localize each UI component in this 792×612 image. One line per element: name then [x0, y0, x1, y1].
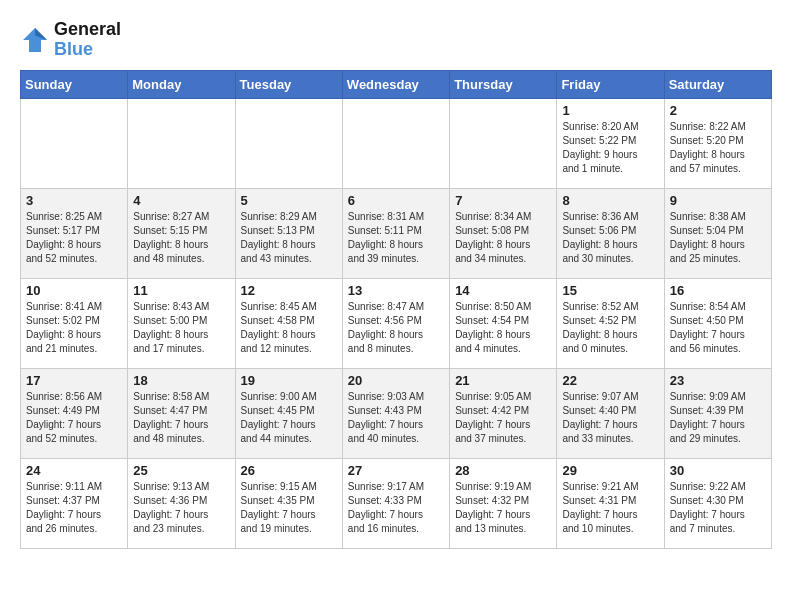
- column-header-friday: Friday: [557, 70, 664, 98]
- calendar-cell: 29Sunrise: 9:21 AM Sunset: 4:31 PM Dayli…: [557, 458, 664, 548]
- day-number: 6: [348, 193, 444, 208]
- day-info: Sunrise: 8:54 AM Sunset: 4:50 PM Dayligh…: [670, 300, 766, 356]
- day-number: 8: [562, 193, 658, 208]
- calendar-week-3: 10Sunrise: 8:41 AM Sunset: 5:02 PM Dayli…: [21, 278, 772, 368]
- day-number: 9: [670, 193, 766, 208]
- calendar-cell: 19Sunrise: 9:00 AM Sunset: 4:45 PM Dayli…: [235, 368, 342, 458]
- calendar-cell: 10Sunrise: 8:41 AM Sunset: 5:02 PM Dayli…: [21, 278, 128, 368]
- day-number: 5: [241, 193, 337, 208]
- day-info: Sunrise: 8:43 AM Sunset: 5:00 PM Dayligh…: [133, 300, 229, 356]
- calendar-cell: 28Sunrise: 9:19 AM Sunset: 4:32 PM Dayli…: [450, 458, 557, 548]
- day-info: Sunrise: 9:03 AM Sunset: 4:43 PM Dayligh…: [348, 390, 444, 446]
- calendar-cell: [342, 98, 449, 188]
- calendar-cell: 23Sunrise: 9:09 AM Sunset: 4:39 PM Dayli…: [664, 368, 771, 458]
- calendar-cell: 11Sunrise: 8:43 AM Sunset: 5:00 PM Dayli…: [128, 278, 235, 368]
- calendar-cell: 4Sunrise: 8:27 AM Sunset: 5:15 PM Daylig…: [128, 188, 235, 278]
- day-info: Sunrise: 9:13 AM Sunset: 4:36 PM Dayligh…: [133, 480, 229, 536]
- calendar-cell: [128, 98, 235, 188]
- day-info: Sunrise: 8:52 AM Sunset: 4:52 PM Dayligh…: [562, 300, 658, 356]
- day-info: Sunrise: 8:58 AM Sunset: 4:47 PM Dayligh…: [133, 390, 229, 446]
- day-info: Sunrise: 9:05 AM Sunset: 4:42 PM Dayligh…: [455, 390, 551, 446]
- day-info: Sunrise: 9:07 AM Sunset: 4:40 PM Dayligh…: [562, 390, 658, 446]
- column-header-tuesday: Tuesday: [235, 70, 342, 98]
- day-info: Sunrise: 9:11 AM Sunset: 4:37 PM Dayligh…: [26, 480, 122, 536]
- calendar-cell: 18Sunrise: 8:58 AM Sunset: 4:47 PM Dayli…: [128, 368, 235, 458]
- day-number: 22: [562, 373, 658, 388]
- day-number: 15: [562, 283, 658, 298]
- logo: General Blue: [20, 20, 121, 60]
- day-number: 23: [670, 373, 766, 388]
- calendar-cell: 27Sunrise: 9:17 AM Sunset: 4:33 PM Dayli…: [342, 458, 449, 548]
- day-info: Sunrise: 9:00 AM Sunset: 4:45 PM Dayligh…: [241, 390, 337, 446]
- day-number: 17: [26, 373, 122, 388]
- day-info: Sunrise: 8:45 AM Sunset: 4:58 PM Dayligh…: [241, 300, 337, 356]
- day-info: Sunrise: 8:38 AM Sunset: 5:04 PM Dayligh…: [670, 210, 766, 266]
- day-number: 16: [670, 283, 766, 298]
- day-info: Sunrise: 8:41 AM Sunset: 5:02 PM Dayligh…: [26, 300, 122, 356]
- day-number: 18: [133, 373, 229, 388]
- day-number: 10: [26, 283, 122, 298]
- page-header: General Blue: [20, 20, 772, 60]
- day-info: Sunrise: 9:17 AM Sunset: 4:33 PM Dayligh…: [348, 480, 444, 536]
- calendar-cell: 17Sunrise: 8:56 AM Sunset: 4:49 PM Dayli…: [21, 368, 128, 458]
- day-info: Sunrise: 8:29 AM Sunset: 5:13 PM Dayligh…: [241, 210, 337, 266]
- day-info: Sunrise: 9:09 AM Sunset: 4:39 PM Dayligh…: [670, 390, 766, 446]
- day-info: Sunrise: 8:56 AM Sunset: 4:49 PM Dayligh…: [26, 390, 122, 446]
- calendar-cell: [450, 98, 557, 188]
- calendar-cell: 20Sunrise: 9:03 AM Sunset: 4:43 PM Dayli…: [342, 368, 449, 458]
- day-info: Sunrise: 8:36 AM Sunset: 5:06 PM Dayligh…: [562, 210, 658, 266]
- day-number: 29: [562, 463, 658, 478]
- day-number: 4: [133, 193, 229, 208]
- column-header-wednesday: Wednesday: [342, 70, 449, 98]
- calendar-week-4: 17Sunrise: 8:56 AM Sunset: 4:49 PM Dayli…: [21, 368, 772, 458]
- calendar-cell: 8Sunrise: 8:36 AM Sunset: 5:06 PM Daylig…: [557, 188, 664, 278]
- day-number: 13: [348, 283, 444, 298]
- calendar-cell: 26Sunrise: 9:15 AM Sunset: 4:35 PM Dayli…: [235, 458, 342, 548]
- column-header-thursday: Thursday: [450, 70, 557, 98]
- day-info: Sunrise: 8:50 AM Sunset: 4:54 PM Dayligh…: [455, 300, 551, 356]
- calendar-cell: 30Sunrise: 9:22 AM Sunset: 4:30 PM Dayli…: [664, 458, 771, 548]
- day-number: 3: [26, 193, 122, 208]
- column-header-sunday: Sunday: [21, 70, 128, 98]
- day-info: Sunrise: 9:15 AM Sunset: 4:35 PM Dayligh…: [241, 480, 337, 536]
- column-header-saturday: Saturday: [664, 70, 771, 98]
- calendar-cell: 12Sunrise: 8:45 AM Sunset: 4:58 PM Dayli…: [235, 278, 342, 368]
- logo-text: General Blue: [54, 20, 121, 60]
- calendar-cell: 24Sunrise: 9:11 AM Sunset: 4:37 PM Dayli…: [21, 458, 128, 548]
- calendar-cell: 7Sunrise: 8:34 AM Sunset: 5:08 PM Daylig…: [450, 188, 557, 278]
- day-number: 12: [241, 283, 337, 298]
- logo-icon: [20, 25, 50, 55]
- day-info: Sunrise: 8:25 AM Sunset: 5:17 PM Dayligh…: [26, 210, 122, 266]
- day-number: 21: [455, 373, 551, 388]
- calendar-cell: 25Sunrise: 9:13 AM Sunset: 4:36 PM Dayli…: [128, 458, 235, 548]
- calendar-cell: 3Sunrise: 8:25 AM Sunset: 5:17 PM Daylig…: [21, 188, 128, 278]
- calendar-cell: 13Sunrise: 8:47 AM Sunset: 4:56 PM Dayli…: [342, 278, 449, 368]
- calendar-table: SundayMondayTuesdayWednesdayThursdayFrid…: [20, 70, 772, 549]
- calendar-cell: 2Sunrise: 8:22 AM Sunset: 5:20 PM Daylig…: [664, 98, 771, 188]
- day-info: Sunrise: 8:20 AM Sunset: 5:22 PM Dayligh…: [562, 120, 658, 176]
- calendar-header-row: SundayMondayTuesdayWednesdayThursdayFrid…: [21, 70, 772, 98]
- day-info: Sunrise: 9:21 AM Sunset: 4:31 PM Dayligh…: [562, 480, 658, 536]
- calendar-cell: 21Sunrise: 9:05 AM Sunset: 4:42 PM Dayli…: [450, 368, 557, 458]
- calendar-cell: 6Sunrise: 8:31 AM Sunset: 5:11 PM Daylig…: [342, 188, 449, 278]
- day-number: 7: [455, 193, 551, 208]
- calendar-body: 1Sunrise: 8:20 AM Sunset: 5:22 PM Daylig…: [21, 98, 772, 548]
- calendar-cell: 9Sunrise: 8:38 AM Sunset: 5:04 PM Daylig…: [664, 188, 771, 278]
- calendar-cell: [21, 98, 128, 188]
- day-info: Sunrise: 9:22 AM Sunset: 4:30 PM Dayligh…: [670, 480, 766, 536]
- day-number: 30: [670, 463, 766, 478]
- day-number: 2: [670, 103, 766, 118]
- column-header-monday: Monday: [128, 70, 235, 98]
- calendar-cell: [235, 98, 342, 188]
- day-info: Sunrise: 8:22 AM Sunset: 5:20 PM Dayligh…: [670, 120, 766, 176]
- calendar-week-1: 1Sunrise: 8:20 AM Sunset: 5:22 PM Daylig…: [21, 98, 772, 188]
- calendar-cell: 1Sunrise: 8:20 AM Sunset: 5:22 PM Daylig…: [557, 98, 664, 188]
- day-number: 25: [133, 463, 229, 478]
- calendar-cell: 16Sunrise: 8:54 AM Sunset: 4:50 PM Dayli…: [664, 278, 771, 368]
- day-number: 14: [455, 283, 551, 298]
- day-info: Sunrise: 8:31 AM Sunset: 5:11 PM Dayligh…: [348, 210, 444, 266]
- calendar-cell: 5Sunrise: 8:29 AM Sunset: 5:13 PM Daylig…: [235, 188, 342, 278]
- calendar-cell: 15Sunrise: 8:52 AM Sunset: 4:52 PM Dayli…: [557, 278, 664, 368]
- day-number: 26: [241, 463, 337, 478]
- day-info: Sunrise: 9:19 AM Sunset: 4:32 PM Dayligh…: [455, 480, 551, 536]
